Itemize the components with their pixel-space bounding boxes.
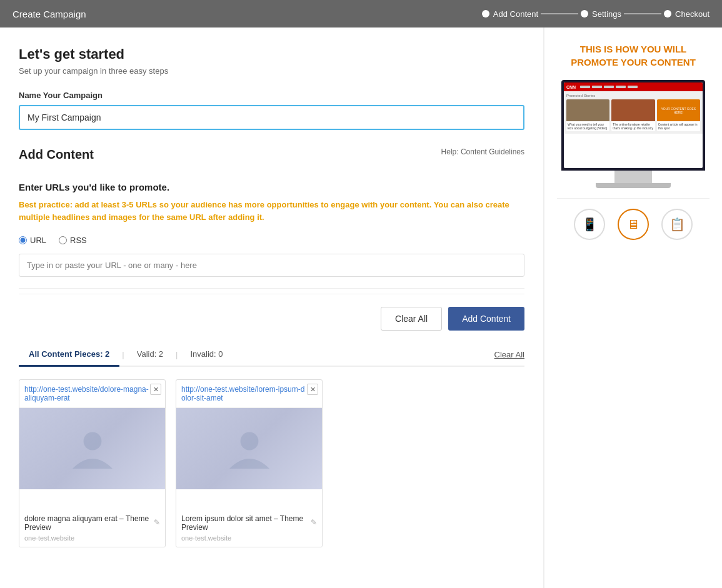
card-footer-1: dolore magna aliquyam erat – Theme Previ… xyxy=(19,489,165,547)
content-grid: http://one-test.website/dolore-magna-ali… xyxy=(19,379,524,547)
step-label-2: Settings xyxy=(592,9,621,19)
radio-rss[interactable]: RSS xyxy=(59,236,87,245)
nav-step-settings[interactable]: Settings xyxy=(581,9,621,19)
tab-clear-all-link[interactable]: Clear All xyxy=(494,350,524,359)
campaign-field-label: Name Your Campaign xyxy=(19,91,524,100)
card-domain-2: one-test.website xyxy=(181,534,317,542)
card-title-1: dolore magna aliquyam erat – Theme Previ… xyxy=(24,512,160,532)
radio-rss-input[interactable] xyxy=(59,236,67,244)
action-row: Clear All Add Content xyxy=(19,307,524,331)
mock-nav-logo: CNN xyxy=(566,85,576,89)
card-edit-icon-2[interactable]: ✎ xyxy=(311,518,317,527)
mock-computer: CNN Promoted Stories xyxy=(561,80,705,188)
card-close-1[interactable]: ✕ xyxy=(150,384,161,395)
mock-stand xyxy=(614,171,652,183)
svg-point-0 xyxy=(83,432,101,451)
page-subtitle: Set up your campaign in three easy steps xyxy=(19,66,524,76)
card-close-2[interactable]: ✕ xyxy=(307,384,318,395)
page-title: Let's get started xyxy=(19,46,524,62)
svg-point-1 xyxy=(240,432,258,451)
desktop-icon: 🖥 xyxy=(627,217,639,232)
tablet-device-button[interactable]: 📋 xyxy=(661,209,693,240)
step-line-1 xyxy=(541,13,578,14)
app-title: Create Campaign xyxy=(13,9,86,19)
device-icons-row: 📱 🖥 📋 xyxy=(557,209,709,240)
preview-image-container: CNN Promoted Stories xyxy=(557,80,709,188)
card-edit-icon-1[interactable]: ✎ xyxy=(154,518,160,527)
url-type-radio-group: URL RSS xyxy=(19,236,524,245)
right-panel: THIS IS HOW YOU WILL PROMOTE YOUR CONTEN… xyxy=(544,27,722,588)
step-label-1: Add Content xyxy=(493,9,538,19)
mobile-device-button[interactable]: 📱 xyxy=(574,209,605,240)
card-thumbnail-2 xyxy=(176,408,322,489)
card-footer-2: Lorem ipsum dolor sit amet – Theme Previ… xyxy=(176,489,322,547)
tab-invalid[interactable]: Invalid: 0 xyxy=(181,343,233,367)
tab-all-content[interactable]: All Content Pieces: 2 xyxy=(19,343,119,367)
promo-heading: THIS IS HOW YOU WILL PROMOTE YOUR CONTEN… xyxy=(557,42,709,69)
best-practice-prefix: Best practice: xyxy=(19,200,73,209)
mock-promoted-label: Promoted Stories xyxy=(566,94,700,97)
mock-base xyxy=(596,183,671,188)
help-content-guidelines-link[interactable]: Help: Content Guidelines xyxy=(441,147,524,156)
mobile-icon: 📱 xyxy=(582,217,598,232)
nav-steps: Add Content Settings Checkout xyxy=(482,9,709,19)
mock-your-content-card: YOUR CONTENT GOES HERE! xyxy=(657,99,700,121)
left-panel: Let's get started Set up your campaign i… xyxy=(0,27,544,588)
clear-all-button[interactable]: Clear All xyxy=(381,307,442,331)
panel-divider xyxy=(557,198,709,199)
desktop-device-button[interactable]: 🖥 xyxy=(618,209,649,240)
enter-urls-label: Enter URLs you'd like to promote. xyxy=(19,182,524,192)
main-layout: Let's get started Set up your campaign i… xyxy=(0,27,722,588)
best-practice-body: add at least 3-5 URLs so your audience h… xyxy=(19,200,509,222)
thumb-silhouette-1 xyxy=(68,424,118,474)
tablet-icon: 📋 xyxy=(669,217,685,232)
best-practice-text: Best practice: add at least 3-5 URLs so … xyxy=(19,199,524,223)
card-url-1: http://one-test.website/dolore-magna-ali… xyxy=(19,380,165,408)
url-divider-2 xyxy=(19,294,524,294)
card-title-2: Lorem ipsum dolor sit amet – Theme Previ… xyxy=(181,512,317,532)
radio-url-input[interactable] xyxy=(19,236,27,244)
card-domain-1: one-test.website xyxy=(24,534,160,542)
campaign-name-input[interactable] xyxy=(19,105,524,130)
tabs-row: All Content Pieces: 2 | Valid: 2 | Inval… xyxy=(19,343,524,367)
step-dot-2 xyxy=(581,10,588,17)
content-card: http://one-test.website/dolore-magna-ali… xyxy=(19,379,166,547)
tab-valid[interactable]: Valid: 2 xyxy=(127,343,173,367)
url-divider-1 xyxy=(19,288,524,289)
step-label-3: Checkout xyxy=(675,9,709,19)
card-url-2: http://one-test.website/lorem-ipsum-dolo… xyxy=(176,380,322,408)
top-nav: Create Campaign Add Content Settings Che… xyxy=(0,0,722,27)
radio-rss-label: RSS xyxy=(70,236,87,245)
url-input[interactable] xyxy=(19,254,524,277)
radio-url[interactable]: URL xyxy=(19,236,46,245)
content-card: http://one-test.website/lorem-ipsum-dolo… xyxy=(176,379,323,547)
nav-step-add-content[interactable]: Add Content xyxy=(482,9,538,19)
mock-screen: CNN Promoted Stories xyxy=(561,80,705,171)
nav-step-checkout[interactable]: Checkout xyxy=(664,9,709,19)
step-dot-3 xyxy=(664,10,671,17)
step-line-2 xyxy=(624,13,661,14)
thumb-silhouette-2 xyxy=(224,424,274,474)
add-content-button[interactable]: Add Content xyxy=(448,307,524,331)
card-thumbnail-1 xyxy=(19,408,165,489)
step-dot-1 xyxy=(482,10,489,17)
radio-url-label: URL xyxy=(30,236,46,245)
